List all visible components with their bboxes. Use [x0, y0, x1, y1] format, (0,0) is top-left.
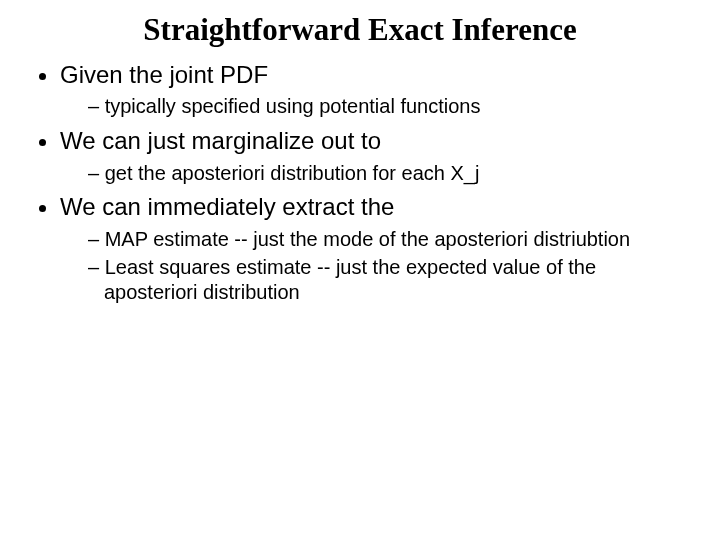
sub-bullet-item: Least squares estimate -- just the expec…: [88, 255, 690, 306]
sub-bullet-list: typically specified using potential func…: [60, 94, 690, 120]
bullet-item: We can just marginalize out to get the a…: [60, 126, 690, 186]
bullet-item: We can immediately extract the MAP estim…: [60, 192, 690, 306]
bullet-text: We can just marginalize out to: [60, 127, 381, 154]
slide: Straightforward Exact Inference Given th…: [0, 0, 720, 540]
bullet-text: We can immediately extract the: [60, 193, 394, 220]
slide-content: Given the joint PDF typically specified …: [30, 60, 690, 306]
sub-bullet-item: MAP estimate -- just the mode of the apo…: [88, 227, 690, 253]
bullet-text: Given the joint PDF: [60, 61, 268, 88]
bullet-item: Given the joint PDF typically specified …: [60, 60, 690, 120]
sub-bullet-list: get the aposteriori distribution for eac…: [60, 161, 690, 187]
sub-bullet-item: typically specified using potential func…: [88, 94, 690, 120]
bullet-list: Given the joint PDF typically specified …: [30, 60, 690, 306]
slide-title: Straightforward Exact Inference: [30, 12, 690, 48]
sub-bullet-list: MAP estimate -- just the mode of the apo…: [60, 227, 690, 306]
sub-bullet-item: get the aposteriori distribution for eac…: [88, 161, 690, 187]
